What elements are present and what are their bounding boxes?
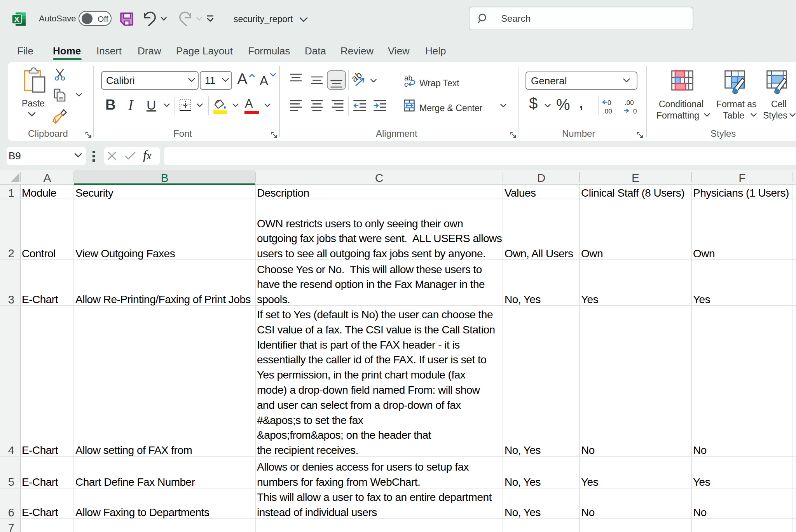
svg-text:c: c bbox=[404, 80, 408, 88]
svg-text:0: 0 bbox=[633, 108, 637, 115]
svg-text:0: 0 bbox=[607, 99, 611, 106]
svg-text:.00: .00 bbox=[603, 108, 612, 115]
svg-text:.00: .00 bbox=[625, 99, 634, 106]
svg-text:X: X bbox=[14, 15, 19, 24]
